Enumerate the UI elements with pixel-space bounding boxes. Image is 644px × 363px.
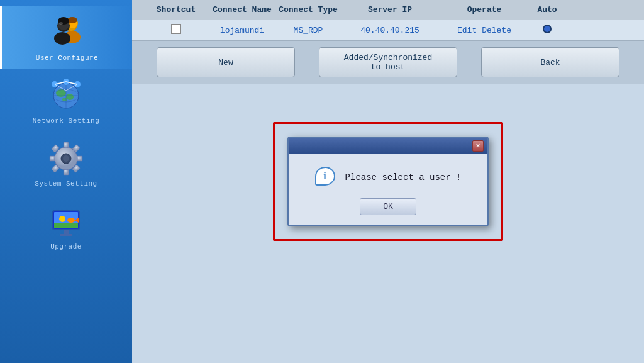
sidebar-item-label-upgrade: Upgrade [50,243,82,250]
svg-point-36 [63,155,69,162]
svg-point-42 [67,218,75,223]
sidebar: User Configure [0,0,132,363]
dialog-titlebar: × [289,138,487,154]
sidebar-item-label-network-setting: Network Setting [33,117,100,125]
users-icon [48,14,86,52]
dialog-message-row: i Please select a user ! [315,167,462,188]
dialog-close-button[interactable]: × [472,140,484,152]
alert-dialog: × i Please select a user ! OK [287,137,489,226]
svg-rect-45 [60,234,72,236]
sidebar-item-upgrade[interactable]: Upgrade [0,195,132,258]
dialog-overlay: × i Please select a user ! OK [132,0,644,363]
sidebar-item-system-setting[interactable]: System Setting [0,132,132,195]
network-icon [47,77,85,114]
sidebar-item-network-setting[interactable]: Network Setting [0,69,132,132]
sidebar-item-user-configure[interactable]: User Configure [0,6,132,69]
svg-rect-40 [54,223,78,228]
dialog-ok-button[interactable]: OK [360,198,416,215]
dialog-content: i Please select a user ! OK [289,154,487,225]
dialog-highlight-border: × i Please select a user ! OK [273,122,503,241]
dialog-message-text: Please select a user ! [345,172,462,182]
svg-rect-44 [64,230,69,234]
info-bubble-circle: i [315,167,335,186]
sidebar-item-label-user-configure: User Configure [36,54,98,62]
gear-icon [47,140,85,177]
upgrade-icon [47,203,85,240]
svg-point-41 [59,216,65,222]
svg-point-10 [59,22,63,25]
info-icon: i [315,167,338,188]
sidebar-item-label-system-setting: System Setting [35,180,97,187]
main-content: Shortcut Connect Name Connect Type Serve… [132,0,644,363]
svg-point-9 [54,32,70,45]
svg-point-15 [62,98,67,101]
